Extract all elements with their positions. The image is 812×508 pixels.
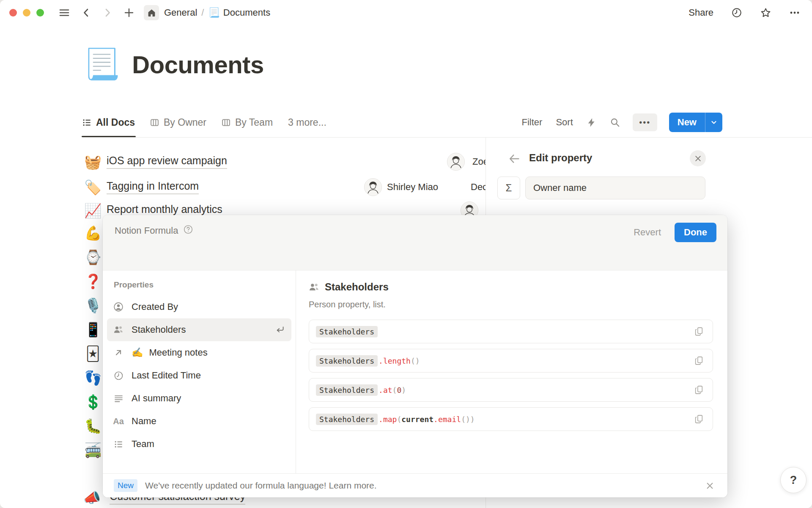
property-emoji-icon: ✍️: [132, 348, 143, 357]
tab-by-owner[interactable]: By Owner: [150, 108, 206, 137]
automation-bolt-icon[interactable]: [586, 117, 597, 128]
aa-icon: Aa: [113, 417, 124, 426]
zoom-window-button[interactable]: [36, 9, 44, 17]
more-options-icon[interactable]: [787, 5, 803, 21]
help-button[interactable]: ?: [780, 467, 807, 493]
view-tabbar: All DocsBy OwnerBy Team3 more... Filter …: [82, 108, 812, 138]
page-emoji-icon: 🐛: [83, 414, 103, 438]
home-icon[interactable]: [144, 5, 159, 20]
document-emoji-icon: 📃: [208, 8, 219, 17]
view-more-options-icon[interactable]: •••: [633, 113, 657, 131]
property-label: Name: [132, 416, 156, 427]
property-label: Created By: [132, 301, 178, 312]
favorite-star-icon[interactable]: [757, 5, 774, 21]
property-item-created-by[interactable]: Created By: [107, 295, 291, 318]
property-item-team[interactable]: Team: [107, 433, 291, 456]
copy-icon[interactable]: [692, 356, 707, 366]
breadcrumb-separator: /: [201, 7, 204, 18]
property-name-input[interactable]: [525, 177, 705, 199]
property-type-sigma-button[interactable]: Σ: [497, 177, 520, 199]
minimize-window-button[interactable]: [23, 9, 30, 17]
page-title-link[interactable]: iOS app review campaign: [107, 155, 227, 169]
edit-property-header: Edit property: [486, 150, 812, 169]
people-icon: [309, 282, 319, 293]
notion-window: General / 📃 Documents Share 📃 Documents: [0, 0, 812, 508]
arrow-up-right-icon: [113, 348, 124, 357]
forward-icon[interactable]: [100, 5, 115, 20]
board-view-icon: [150, 118, 159, 127]
properties-heading: Properties: [107, 280, 291, 295]
new-dropdown-chevron-icon[interactable]: [705, 113, 722, 132]
copy-icon[interactable]: [692, 414, 707, 425]
avatar: [447, 153, 465, 171]
property-label: Team: [132, 439, 154, 450]
people-icon: [113, 325, 124, 335]
lines-icon: [113, 394, 124, 403]
formula-example[interactable]: Stakeholders: [309, 320, 713, 343]
table-row[interactable]: 🧺iOS app review campaignZoe: [82, 149, 486, 174]
tab-3-more[interactable]: 3 more...: [288, 108, 326, 137]
breadcrumb-root[interactable]: General: [164, 7, 197, 18]
page-emoji-icon: 📱: [83, 318, 103, 342]
property-item-name[interactable]: AaName: [107, 410, 291, 433]
tab-by-team[interactable]: By Team: [222, 108, 273, 137]
copy-icon[interactable]: [692, 385, 707, 395]
page-emoji-icon: 💲: [83, 390, 103, 414]
page-title[interactable]: Documents: [132, 50, 263, 79]
filter-button[interactable]: Filter: [521, 116, 543, 129]
page-emoji-icon: ⌚: [83, 245, 103, 269]
help-circle-icon[interactable]: [183, 224, 193, 237]
property-item-ai-summary[interactable]: AI summary: [107, 387, 291, 410]
breadcrumb-page[interactable]: 📃 Documents: [208, 7, 270, 18]
date-value: Dece: [471, 182, 486, 193]
property-label: Meeting notes: [149, 347, 207, 358]
formula-banner: New We've recently updated our formula l…: [103, 473, 727, 497]
page-emoji-icon: 🃏: [83, 342, 103, 366]
list-icon: [113, 440, 124, 449]
page-emoji-icon: ❓: [83, 269, 103, 293]
done-button[interactable]: Done: [675, 223, 716, 242]
banner-close-icon[interactable]: [703, 481, 716, 490]
sort-button[interactable]: Sort: [555, 116, 573, 129]
close-icon[interactable]: [690, 150, 706, 166]
revert-button[interactable]: Revert: [631, 226, 664, 238]
property-label: Stakeholders: [132, 324, 186, 335]
new-button-group: New: [669, 113, 722, 132]
back-arrow-icon[interactable]: [505, 152, 523, 166]
formula-dialog-title: Notion Formula: [115, 225, 178, 236]
page-title-link[interactable]: Tagging in Intercom: [107, 180, 199, 194]
copy-icon[interactable]: [692, 326, 707, 337]
tab-label: By Team: [235, 117, 273, 128]
tab-label: All Docs: [96, 117, 135, 128]
emoji-strip: 💪⌚❓🎙️📱🃏👣💲🐛🚎: [83, 221, 103, 462]
formula-example[interactable]: Stakeholders.length(): [309, 349, 713, 373]
formula-example[interactable]: Stakeholders.at(0): [309, 378, 713, 402]
person-icon: [113, 302, 124, 312]
board-view-icon: [222, 118, 230, 127]
formula-code: Stakeholders.map(current.email()): [316, 414, 475, 425]
page-emoji-icon[interactable]: 📃: [83, 49, 120, 79]
page-emoji-icon: 💪: [83, 221, 103, 245]
page-header: 📃 Documents: [83, 49, 264, 79]
properties-panel: Properties Created ByStakeholders✍️Meeti…: [103, 270, 296, 473]
new-button[interactable]: New: [669, 113, 705, 132]
formula-example[interactable]: Stakeholders.map(current.email()): [309, 407, 713, 431]
properties-list: Created ByStakeholders✍️Meeting notesLas…: [107, 295, 291, 456]
formula-examples: StakeholdersStakeholders.length()Stakeho…: [309, 320, 713, 431]
window-controls: [9, 9, 44, 17]
close-window-button[interactable]: [9, 9, 17, 17]
banner-text[interactable]: We've recently updated our formula langu…: [145, 480, 377, 491]
history-clock-icon[interactable]: [729, 5, 745, 21]
share-button[interactable]: Share: [686, 6, 716, 20]
search-icon[interactable]: [609, 116, 621, 128]
property-item-stakeholders[interactable]: Stakeholders: [107, 318, 291, 341]
list-view-icon: [82, 118, 91, 127]
edit-property-title: Edit property: [529, 152, 592, 164]
new-tab-icon[interactable]: [121, 5, 137, 21]
tab-all-docs[interactable]: All Docs: [82, 108, 135, 137]
property-item-last-edited-time[interactable]: Last Edited Time: [107, 364, 291, 387]
back-icon[interactable]: [79, 5, 94, 20]
sidebar-toggle-icon[interactable]: [56, 4, 73, 21]
table-row[interactable]: 🏷️Tagging in IntercomShirley MiaoDece: [82, 174, 486, 200]
property-item-meeting-notes[interactable]: ✍️Meeting notes: [107, 341, 291, 364]
